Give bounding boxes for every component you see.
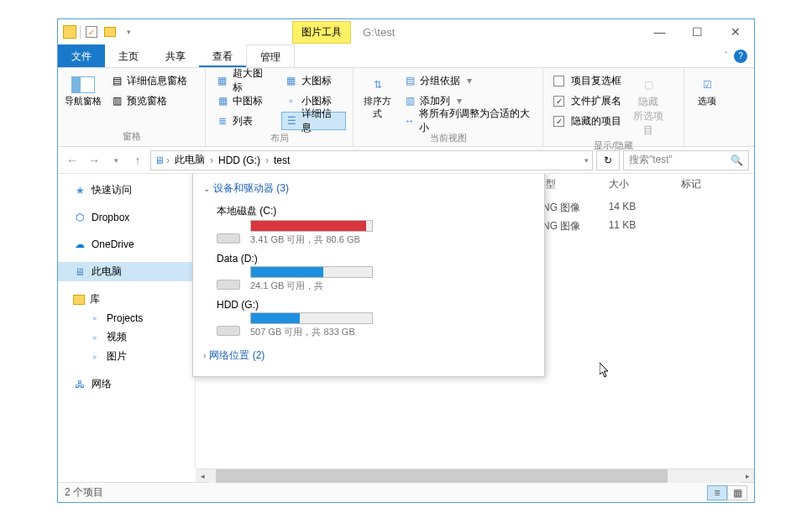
size-columns-button[interactable]: ↔将所有列调整为合适的大小: [400, 112, 536, 130]
options-button[interactable]: ☑ 选项: [691, 71, 723, 107]
qat-new-folder[interactable]: [102, 24, 118, 39]
sidebar-onedrive[interactable]: ☁OneDrive: [58, 235, 195, 254]
picture-icon: ▫: [88, 350, 102, 364]
qat-dropdown[interactable]: ▾: [121, 24, 136, 39]
forward-button[interactable]: →: [85, 151, 103, 170]
sidebar-videos[interactable]: ▫视频: [58, 327, 195, 347]
col-type[interactable]: 类型: [536, 177, 609, 194]
drive-stat: 3.41 GB 可用，共 80.6 GB: [250, 232, 373, 246]
details-pane-button[interactable]: ▤详细信息窗格: [107, 71, 191, 90]
preview-pane-icon: ▥: [110, 94, 123, 107]
sort-by-button[interactable]: ⇅ 排序方式: [360, 71, 395, 120]
file-row[interactable]: PNG 图像11 KB: [536, 219, 754, 238]
ribbon: 导航窗格 ▤详细信息窗格 ▥预览窗格 窗格 ▦超大图标 ▦中图标 ≣列表 ▦大图…: [58, 68, 754, 147]
onedrive-icon: ☁: [73, 238, 86, 251]
drive-icon: [217, 312, 244, 336]
scroll-thumb[interactable]: [216, 469, 668, 483]
file-ext-toggle[interactable]: ✓文件扩展名: [550, 92, 625, 110]
addressbar: ← → ▾ ↑ 🖥 › 此电脑 › HDD (G:) › test ▾ ↻ 搜索…: [58, 147, 754, 174]
horizontal-scrollbar[interactable]: ◂ ▸: [196, 469, 754, 482]
explorer-window: ✓ ▾ 图片工具 G:\test — ☐ ✕ 文件 主页 共享 查看 管理 ˆ …: [57, 18, 755, 503]
hide-icon: ▢: [635, 75, 662, 95]
library-icon: [73, 295, 85, 305]
large-icons[interactable]: ▦大图标: [281, 71, 347, 90]
crumb-this-pc[interactable]: 此电脑: [171, 153, 208, 167]
ribbon-collapse-icon[interactable]: ˆ: [725, 51, 727, 60]
list-view[interactable]: ≣列表: [212, 112, 276, 130]
hidden-items-toggle[interactable]: ✓隐藏的项目: [550, 112, 625, 130]
view-tab[interactable]: 查看: [199, 45, 246, 67]
crumb-drive[interactable]: HDD (G:): [215, 155, 264, 166]
manage-tab[interactable]: 管理: [246, 45, 295, 67]
scroll-left[interactable]: ◂: [196, 469, 209, 483]
close-button[interactable]: ✕: [716, 20, 754, 44]
window-title: G:\test: [363, 26, 395, 39]
help-icon[interactable]: ?: [734, 50, 747, 63]
preview-pane-button[interactable]: ▥预览窗格: [107, 92, 191, 110]
ribbon-tabs: 文件 主页 共享 查看 管理 ˆ ?: [58, 45, 754, 68]
drive-name: 本地磁盘 (C:): [217, 204, 373, 220]
extra-large-icons[interactable]: ▦超大图标: [212, 71, 276, 90]
file-tab[interactable]: 文件: [58, 45, 105, 67]
item-checkboxes-toggle[interactable]: 项目复选框: [550, 71, 625, 90]
file-size: 14 KB: [609, 201, 682, 219]
drive-name: Data (D:): [217, 253, 373, 266]
scroll-right[interactable]: ▸: [741, 469, 754, 483]
medium-icons[interactable]: ▦中图标: [212, 92, 276, 110]
file-type: PNG 图像: [536, 219, 609, 238]
network-section[interactable]: › 网络位置 (2): [203, 345, 534, 366]
list-icon: ≣: [216, 114, 229, 128]
back-button[interactable]: ←: [63, 151, 81, 170]
sidebar-quick-access[interactable]: ★快速访问: [58, 181, 195, 200]
statusbar: 2 个项目 ≡ ▦: [58, 482, 754, 502]
crumb-folder[interactable]: test: [270, 155, 293, 166]
autosize-icon: ↔: [403, 114, 416, 128]
sort-icon: ⇅: [364, 75, 391, 95]
item-count: 2 个项目: [65, 485, 103, 500]
devices-section[interactable]: ⌄ 设备和驱动器 (3): [203, 178, 534, 199]
drive-item[interactable]: 本地磁盘 (C:)3.41 GB 可用，共 80.6 GB: [217, 204, 373, 246]
home-tab[interactable]: 主页: [105, 45, 152, 67]
details-view[interactable]: ☰详细信息: [281, 112, 347, 130]
drive-item[interactable]: HDD (G:)507 GB 可用，共 833 GB: [217, 299, 373, 338]
sidebar-dropbox[interactable]: ⬡Dropbox: [58, 208, 195, 227]
drive-name: HDD (G:): [217, 299, 373, 312]
qat-properties[interactable]: ✓: [84, 24, 99, 39]
up-button[interactable]: ↑: [128, 151, 147, 170]
share-tab[interactable]: 共享: [152, 45, 199, 67]
sidebar-library[interactable]: 库: [58, 290, 195, 309]
group-by-button[interactable]: ▤分组依据▾: [400, 71, 536, 90]
file-row[interactable]: PNG 图像14 KB: [536, 201, 754, 219]
dropbox-icon: ⬡: [73, 211, 86, 224]
details-view-button[interactable]: ≡: [707, 485, 727, 500]
col-size[interactable]: 大小: [609, 177, 682, 194]
file-list-area[interactable]: 类型 大小 标记 PNG 图像14 KBPNG 图像11 KB ⌄ 设备和驱动器…: [196, 174, 754, 469]
sidebar-pictures[interactable]: ▫图片: [58, 347, 195, 366]
col-tags[interactable]: 标记: [681, 177, 754, 194]
sidebar-projects[interactable]: ▫Projects: [58, 309, 195, 327]
hide-selected-button[interactable]: ▢ 隐藏所选项目: [630, 71, 667, 138]
sidebar-this-pc[interactable]: 🖥此电脑: [58, 262, 195, 281]
maximize-button[interactable]: ☐: [678, 20, 716, 44]
chevron-right-icon: ›: [203, 351, 206, 360]
columns-icon: ▥: [403, 94, 416, 107]
grid-icon: ▦: [216, 94, 229, 107]
search-input[interactable]: 搜索"test" 🔍: [623, 150, 749, 170]
drive-bar: [250, 220, 373, 232]
folder-icon: [63, 25, 76, 39]
refresh-button[interactable]: ↻: [596, 150, 620, 170]
layout-group-label: 布局: [212, 130, 346, 144]
thumbnails-view-button[interactable]: ▦: [727, 485, 747, 500]
drive-stat: 24.1 GB 可用，共: [250, 278, 373, 292]
nav-pane-button[interactable]: 导航窗格: [65, 71, 102, 107]
drive-item[interactable]: Data (D:)24.1 GB 可用，共: [217, 253, 373, 292]
history-dropdown[interactable]: ▾: [107, 151, 125, 170]
sidebar-network[interactable]: 🖧网络: [58, 374, 195, 394]
pc-icon: 🖥: [73, 265, 86, 279]
breadcrumb[interactable]: 🖥 › 此电脑 › HDD (G:) › test ▾: [150, 150, 593, 170]
minimize-button[interactable]: —: [641, 20, 678, 44]
file-size: 11 KB: [609, 219, 682, 238]
chevron-down-icon: ⌄: [203, 184, 210, 193]
star-icon: ★: [73, 184, 86, 197]
contextual-tab[interactable]: 图片工具: [292, 21, 351, 44]
